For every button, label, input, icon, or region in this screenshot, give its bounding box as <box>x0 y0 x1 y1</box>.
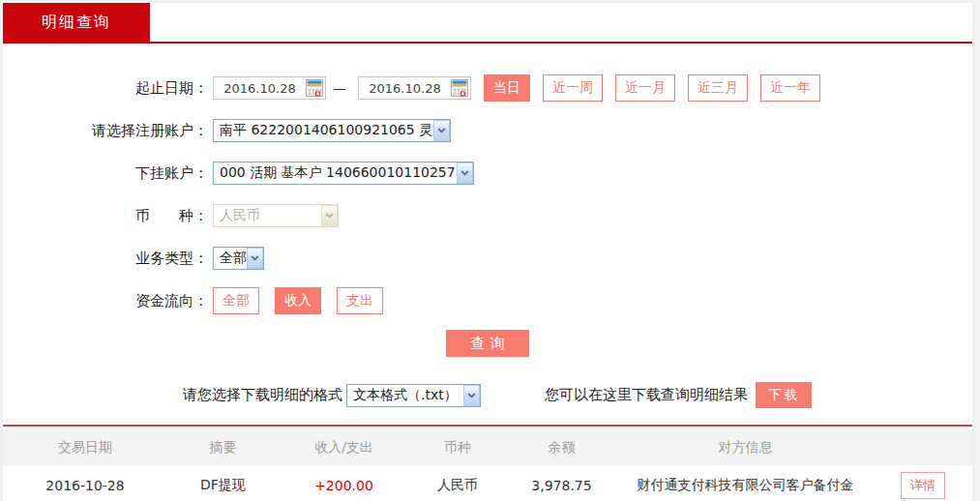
cell-counterparty: 财付通支付科技有限公司客户备付金 <box>617 477 874 494</box>
currency-select: 人民币 <box>213 204 339 227</box>
chevron-down-icon <box>321 205 338 226</box>
chevron-down-icon <box>247 248 263 269</box>
currency-label: 币 种： <box>3 207 208 225</box>
calendar-icon[interactable] <box>306 79 323 97</box>
download-row: 请您选择下载明细的格式 文本格式（.txt） 您可以在这里下载查询明细结果 下载 <box>3 382 972 408</box>
result-separator-line <box>3 425 972 427</box>
calendar-icon[interactable] <box>451 79 468 97</box>
download-button[interactable]: 下载 <box>756 382 812 408</box>
cell-trade-date: 2016-10-28 <box>3 478 167 493</box>
cell-summary: DF提现 <box>167 477 279 494</box>
date-separator: — <box>333 80 346 96</box>
tab-detail-query[interactable]: 明细查询 <box>3 3 150 42</box>
sub-account-label: 下挂账户： <box>3 164 208 183</box>
fund-flow-all-button[interactable]: 全部 <box>213 287 259 314</box>
business-type-value: 全部 <box>214 250 247 267</box>
currency-value: 人民币 <box>214 207 321 224</box>
fund-flow-row: 资金流向： 全部 收入 支出 <box>3 280 972 322</box>
registered-account-row: 请选择注册账户： 南平 6222001406100921065 灵通卡 <box>3 109 972 152</box>
table-row: 2016-10-28 DF提现 +200.00 人民币 3,978.75 财付通… <box>3 465 972 501</box>
detail-query-panel: 明细查询 起止日期： <box>3 3 972 501</box>
fund-flow-income-button[interactable]: 收入 <box>275 287 321 314</box>
header-currency: 币种 <box>409 439 506 457</box>
end-date-field <box>358 76 471 100</box>
sub-account-value: 000 活期 基本户 1406600101102571848 <box>214 164 457 182</box>
quick-range-today-button[interactable]: 当日 <box>484 74 530 102</box>
query-button-row: 查询 <box>3 330 972 357</box>
start-date-input[interactable] <box>214 81 306 96</box>
chevron-down-icon <box>433 120 450 141</box>
download-hint: 您可以在这里下载查询明细结果 <box>545 386 748 404</box>
cell-amount: +200.00 <box>279 478 409 493</box>
query-form: 起止日期： — <box>3 44 972 408</box>
fund-flow-label: 资金流向： <box>3 292 208 310</box>
header-income-expense: 收入/支出 <box>279 439 409 457</box>
quick-range-quarter-button[interactable]: 近三月 <box>688 74 748 102</box>
fund-flow-expense-button[interactable]: 支出 <box>337 287 383 314</box>
business-type-label: 业务类型： <box>3 250 208 268</box>
chevron-down-icon <box>457 162 473 184</box>
start-date-field <box>213 76 326 100</box>
download-format-value: 文本格式（.txt） <box>347 387 463 404</box>
header-balance: 余额 <box>506 439 617 457</box>
date-range-label: 起止日期： <box>3 79 208 98</box>
registered-account-value: 南平 6222001406100921065 灵通卡 <box>214 122 433 139</box>
chevron-down-icon <box>463 385 480 406</box>
quick-range-week-button[interactable]: 近一周 <box>543 74 603 102</box>
tab-label: 明细查询 <box>42 13 111 33</box>
result-table-header: 交易日期 摘要 收入/支出 币种 余额 对方信息 <box>3 429 972 465</box>
header-summary: 摘要 <box>167 439 279 457</box>
date-range-row: 起止日期： — <box>3 67 972 109</box>
download-format-label: 请您选择下载明细的格式 <box>183 386 342 404</box>
business-type-select[interactable]: 全部 <box>213 247 264 270</box>
cell-currency: 人民币 <box>409 477 506 494</box>
tab-bar: 明细查询 <box>3 3 972 42</box>
business-type-row: 业务类型： 全部 <box>3 237 972 280</box>
query-button[interactable]: 查询 <box>446 330 529 357</box>
download-format-select[interactable]: 文本格式（.txt） <box>346 384 481 407</box>
sub-account-select[interactable]: 000 活期 基本户 1406600101102571848 <box>213 162 474 185</box>
quick-range-month-button[interactable]: 近一月 <box>615 74 675 102</box>
sub-account-row: 下挂账户： 000 活期 基本户 1406600101102571848 <box>3 152 972 194</box>
quick-range-year-button[interactable]: 近一年 <box>760 74 820 102</box>
header-counterparty: 对方信息 <box>617 439 874 457</box>
end-date-input[interactable] <box>359 81 451 96</box>
detail-button[interactable]: 详情 <box>901 472 945 499</box>
currency-row: 币 种： 人民币 <box>3 194 972 237</box>
header-trade-date: 交易日期 <box>3 439 167 457</box>
registered-account-select[interactable]: 南平 6222001406100921065 灵通卡 <box>213 119 451 142</box>
cell-balance: 3,978.75 <box>506 478 617 493</box>
registered-account-label: 请选择注册账户： <box>3 122 208 140</box>
